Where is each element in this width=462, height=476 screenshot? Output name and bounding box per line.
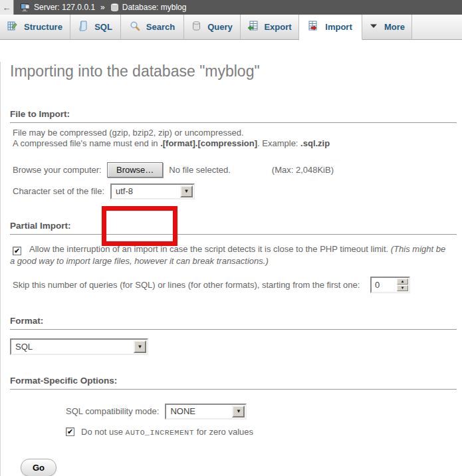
- sql-compat-select[interactable]: NONE ▼: [165, 404, 247, 419]
- tab-label: More: [384, 22, 405, 32]
- sql-icon: [78, 21, 88, 33]
- tab-bar: Structure SQL Search Query: [0, 15, 462, 40]
- breadcrumb-database[interactable]: Database: myblog: [122, 3, 187, 12]
- tab-label: SQL: [94, 22, 112, 32]
- tab-more[interactable]: More: [362, 15, 412, 40]
- skip-queries-row: Skip this number of queries (for SQL) or…: [1, 276, 462, 293]
- auto-increment-checkbox[interactable]: ✔: [66, 427, 74, 436]
- auto-increment-text: Do not use AUTO_INCREMENT for zero value…: [81, 427, 253, 437]
- format-selected-value: SQL: [11, 340, 133, 354]
- format-row: SQL ▼: [10, 338, 462, 355]
- section-heading-format-specific: Format-Specific Options:: [10, 376, 457, 390]
- help-line2-prefix: A compressed file's name must end in: [13, 138, 160, 148]
- max-size-note: (Max: 2,048KiB): [272, 165, 334, 175]
- sql-compat-label: SQL compatibility mode:: [66, 406, 159, 416]
- tab-sql[interactable]: SQL: [70, 15, 121, 40]
- browse-label: Browse your computer:: [13, 165, 107, 175]
- auto-increment-code: AUTO_INCREMENT: [126, 428, 195, 437]
- dropdown-arrow-icon[interactable]: ▼: [180, 185, 193, 197]
- charset-label: Character set of the file:: [13, 186, 110, 196]
- section-heading-format: Format:: [10, 316, 457, 330]
- section-heading-partial-import: Partial Import:: [10, 221, 457, 235]
- tab-label: Query: [207, 22, 233, 32]
- structure-icon: [7, 21, 18, 33]
- breadcrumb-separator: »: [100, 3, 105, 12]
- skip-queries-value: 0: [372, 278, 396, 292]
- tab-search[interactable]: Search: [121, 15, 184, 40]
- back-button[interactable]: ←: [0, 0, 14, 15]
- server-icon: [20, 3, 31, 12]
- tab-structure[interactable]: Structure: [0, 15, 70, 40]
- charset-select[interactable]: utf-8 ▼: [110, 183, 195, 199]
- breadcrumb: Server: 127.0.0.1 » Database: myblog: [20, 3, 186, 12]
- no-file-selected-text: No file selected.: [169, 165, 231, 175]
- go-button[interactable]: Go: [21, 459, 57, 476]
- tab-label: Structure: [24, 22, 62, 32]
- dropdown-arrow-icon[interactable]: ▼: [134, 340, 146, 353]
- tab-import[interactable]: Import: [299, 15, 362, 40]
- section-heading-file-to-import: File to Import:: [10, 109, 457, 123]
- import-icon: [308, 21, 319, 33]
- breadcrumb-server[interactable]: Server: 127.0.0.1: [34, 3, 95, 12]
- query-icon: [191, 21, 201, 33]
- file-import-help-text: File may be compressed (gzip, bzip2, zip…: [13, 128, 453, 149]
- spinner-buttons: ▲ ▼: [397, 279, 408, 291]
- database-icon: [110, 3, 119, 12]
- tab-label: Import: [325, 22, 352, 32]
- search-icon: [130, 21, 140, 33]
- breadcrumb-bar: ← Server: 127.0.0.1 » Database: myblog: [0, 0, 462, 15]
- tab-bar-filler: [412, 15, 462, 40]
- tab-label: Search: [146, 22, 175, 32]
- chevron-down-icon: [369, 21, 378, 33]
- tab-label: Export: [264, 22, 291, 32]
- help-line2-pattern: .[format].[compression]: [160, 138, 257, 148]
- file-upload-row: Browse your computer: Browse… No file se…: [1, 161, 462, 178]
- skip-queries-label: Skip this number of queries (for SQL) or…: [13, 280, 360, 290]
- format-select[interactable]: SQL ▼: [10, 338, 148, 355]
- help-line1: File may be compressed (gzip, bzip2, zip…: [13, 128, 244, 138]
- charset-selected-value: utf-8: [112, 185, 179, 198]
- allow-interrupt-option: ✔Allow the interruption of an import in …: [10, 243, 453, 267]
- browse-button[interactable]: Browse…: [107, 162, 163, 178]
- dropdown-arrow-icon[interactable]: ▼: [232, 406, 245, 417]
- export-icon: [247, 21, 258, 33]
- allow-interrupt-text: Allow the interruption of an import in c…: [29, 244, 391, 254]
- tab-export[interactable]: Export: [241, 15, 299, 40]
- auto-increment-option: ✔ Do not use AUTO_INCREMENT for zero val…: [1, 427, 462, 437]
- page-title: Importing into the database "myblog": [10, 62, 462, 80]
- tab-query[interactable]: Query: [184, 15, 241, 40]
- allow-interrupt-checkbox[interactable]: ✔: [13, 247, 21, 255]
- spinner-up-icon[interactable]: ▲: [397, 279, 408, 285]
- charset-row: Character set of the file: utf-8 ▼: [1, 183, 462, 199]
- help-line2-example: .sql.zip: [300, 138, 330, 148]
- spinner-down-icon[interactable]: ▼: [397, 285, 408, 291]
- sql-compat-selected-value: NONE: [166, 405, 231, 418]
- back-arrow-icon: ←: [3, 3, 11, 13]
- skip-queries-input[interactable]: 0 ▲ ▼: [370, 277, 410, 293]
- help-line2-mid: . Example:: [257, 138, 300, 148]
- main-content: Importing into the database "myblog" Fil…: [0, 62, 462, 476]
- sql-compat-row: SQL compatibility mode: NONE ▼: [1, 403, 462, 419]
